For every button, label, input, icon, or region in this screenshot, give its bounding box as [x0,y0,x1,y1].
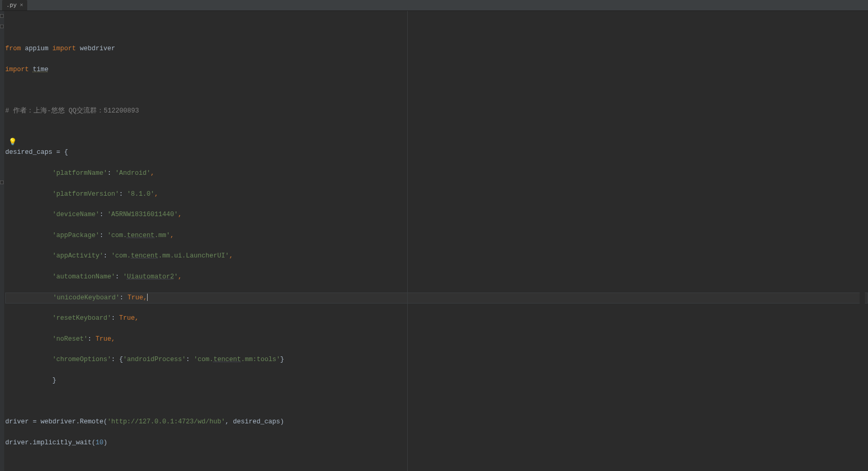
editor-area[interactable]: 💡 from appium import webdriver import ti… [0,11,868,471]
code-line[interactable]: desired_caps = { [5,148,868,158]
code-line[interactable]: driver = webdriver.Remote('http://127.0.… [5,417,868,428]
code-line[interactable]: 'platformVersion': '8.1.0', [5,189,868,200]
code-line[interactable] [5,86,868,96]
gutter[interactable]: 💡 [0,11,4,471]
code-line[interactable]: 'automationName': 'Uiautomator2', [5,272,868,283]
code-line[interactable]: 'appActivity': 'com.tencent.mm.ui.Launch… [5,251,868,262]
fold-icon[interactable] [0,25,4,28]
editor-tab[interactable]: .py × [2,0,27,10]
code-area[interactable]: from appium import webdriver import time… [4,11,868,471]
right-margin-line [407,11,408,471]
code-line-current[interactable]: 'unicodeKeyboard': True, [5,293,868,304]
code-line[interactable]: 'platformName': 'Android', [5,169,868,179]
code-line[interactable]: # 作者：上海-悠悠 QQ交流群：512200893 [5,106,868,117]
code-line[interactable]: 'chromeOptions': {'androidProcess': 'com… [5,355,868,365]
fold-icon[interactable] [0,14,4,18]
code-line[interactable]: driver.implicitly_wait(10) [5,438,868,448]
close-icon[interactable]: × [20,2,24,8]
tab-label: .py [6,2,17,8]
code-line[interactable] [5,396,868,407]
caret [147,294,148,301]
code-line[interactable]: 'appPackage': 'com.tencent.mm', [5,231,868,241]
code-line[interactable]: 'resetKeyboard': True, [5,313,868,324]
error-stripe[interactable] [860,11,865,471]
code-line[interactable]: 'deviceName': 'A5RNW18316011440', [5,210,868,220]
ide-root: .py × 💡 from appium import webdriver imp… [0,0,868,471]
fold-icon[interactable] [0,181,4,184]
code-line[interactable]: 'noReset': True, [5,334,868,345]
editor-tabbar: .py × [0,0,868,11]
code-line[interactable] [5,458,868,469]
code-line[interactable]: from appium import webdriver [5,44,868,54]
code-line[interactable]: import time [5,65,868,75]
code-line[interactable]: } [5,376,868,386]
code-line[interactable] [5,127,868,138]
